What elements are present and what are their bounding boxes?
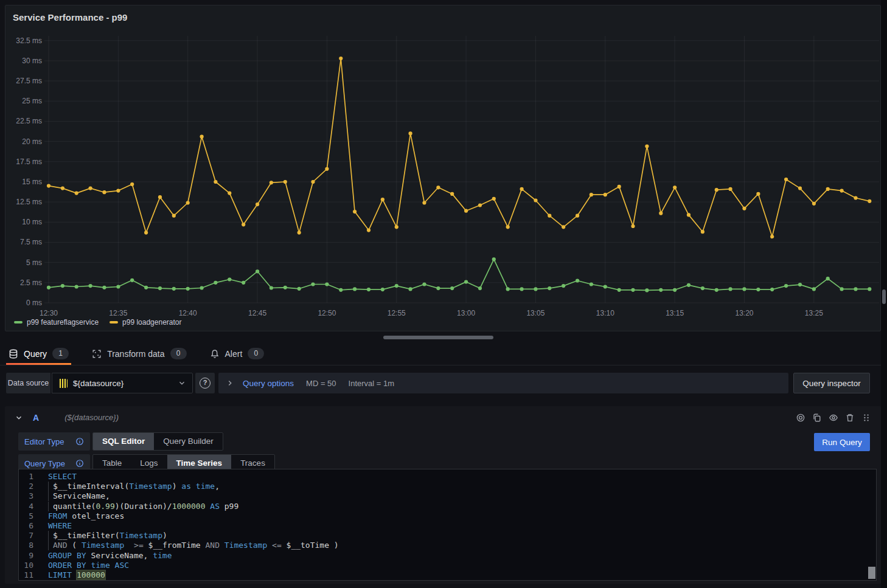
drag-handle-icon[interactable]	[861, 413, 871, 423]
tab-alert[interactable]: Alert 0	[207, 342, 267, 365]
svg-text:13:00: 13:00	[457, 309, 475, 317]
code-line: 6WHERE	[19, 521, 876, 531]
remove-query-icon[interactable]	[845, 413, 855, 423]
hide-response-icon[interactable]	[829, 413, 838, 423]
svg-text:13:25: 13:25	[805, 309, 823, 317]
chevron-right-icon[interactable]	[226, 379, 234, 387]
legend-swatch	[110, 321, 118, 323]
code-line: 1SELECT	[19, 472, 876, 482]
legend-series-name: p99 loadgenerator	[122, 318, 181, 327]
line-number: 11	[19, 570, 46, 580]
line-number: 7	[19, 531, 46, 541]
legend-series-name: p99 featureflagservice	[27, 318, 99, 327]
svg-text:10 ms: 10 ms	[22, 218, 42, 226]
sql-code: 1SELECT2$__timeInterval(Timestamp) as ti…	[19, 469, 876, 580]
vertical-scrollbar[interactable]	[882, 289, 886, 304]
disable-query-icon[interactable]	[796, 413, 805, 423]
code-line: 9GROUP BY ServiceName, time	[19, 551, 876, 561]
code-line: 7$__timeFilter(Timestamp)	[19, 531, 876, 541]
clickhouse-icon	[58, 379, 68, 388]
query-row-actions	[796, 413, 871, 423]
svg-text:17.5 ms: 17.5 ms	[16, 157, 42, 166]
line-number: 1	[19, 472, 46, 482]
line-content: GROUP BY ServiceName, time	[46, 551, 172, 561]
query-row-header: A (${datasource})	[5, 406, 881, 429]
svg-text:13:15: 13:15	[666, 309, 684, 317]
svg-text:25 ms: 25 ms	[22, 97, 42, 105]
svg-text:13:10: 13:10	[596, 309, 614, 317]
code-line: 3ServiceName,	[19, 491, 876, 501]
line-number: 2	[19, 482, 46, 491]
line-number: 10	[19, 561, 46, 570]
code-line: 5FROM otel_traces	[19, 511, 876, 521]
svg-text:2.5 ms: 2.5 ms	[20, 278, 42, 287]
chart-legend: p99 featureflagservicep99 loadgenerator	[14, 318, 182, 327]
tab-transform-data[interactable]: Transform data 0	[89, 342, 189, 365]
line-content: AND ( Timestamp >= $__fromTime AND Times…	[46, 541, 339, 550]
legend-swatch	[14, 321, 23, 323]
svg-text:32.5 ms: 32.5 ms	[16, 36, 42, 45]
tab-count-badge: 0	[248, 348, 264, 359]
code-line: 11LIMIT 100000	[19, 570, 876, 580]
line-content: SELECT	[46, 472, 77, 482]
duplicate-query-icon[interactable]	[812, 413, 822, 423]
segment-sql-editor[interactable]: SQL Editor	[93, 433, 154, 450]
legend-item[interactable]: p99 loadgenerator	[110, 318, 181, 327]
editor-scrollbar-thumb[interactable]	[868, 567, 875, 579]
tab-count-badge: 1	[52, 348, 69, 359]
max-data-points-value: MD = 50	[306, 379, 336, 388]
info-icon[interactable]	[75, 459, 84, 468]
query-toolbar: Data source ${datasource} ? Query option…	[6, 373, 870, 393]
bell-icon	[210, 349, 220, 359]
code-line: 10ORDER BY time ASC	[19, 561, 876, 570]
svg-text:27.5 ms: 27.5 ms	[16, 77, 42, 85]
svg-text:5 ms: 5 ms	[26, 258, 42, 267]
info-icon[interactable]	[75, 437, 84, 446]
svg-text:15 ms: 15 ms	[22, 178, 42, 186]
line-number: 3	[19, 491, 46, 501]
tab-label: Transform data	[107, 349, 164, 359]
line-content: quantile(0.99)(Duration)/1000000 AS p99	[46, 502, 238, 511]
transform-icon	[92, 349, 102, 359]
data-source-label: Data source	[6, 373, 50, 393]
editor-type-row: Editor Type SQL EditorQuery Builder	[18, 432, 881, 451]
line-number: 9	[19, 551, 46, 561]
interval-value: Interval = 1m	[349, 379, 395, 388]
data-source-picker[interactable]: ${datasource}	[52, 373, 193, 393]
svg-text:12:40: 12:40	[179, 309, 197, 317]
tab-label: Alert	[225, 349, 243, 359]
data-source-value: ${datasource}	[73, 379, 172, 388]
horizontal-scrollbar[interactable]	[383, 336, 493, 339]
svg-text:0 ms: 0 ms	[26, 299, 42, 307]
query-options-link[interactable]: Query options	[243, 379, 294, 388]
line-number: 8	[19, 541, 46, 550]
line-number: 5	[19, 511, 46, 521]
legend-item[interactable]: p99 featureflagservice	[14, 318, 99, 327]
panel-service-performance: Service Performance - p99 0 ms2.5 ms5 ms…	[5, 5, 881, 331]
query-ref-name[interactable]: A	[33, 413, 39, 423]
query-datasource-ref: (${datasource})	[64, 413, 119, 422]
tab-label: Query	[24, 349, 47, 359]
svg-text:20 ms: 20 ms	[22, 137, 42, 146]
label-text: Query Type	[24, 459, 65, 468]
svg-text:30 ms: 30 ms	[22, 57, 42, 65]
line-number: 6	[19, 521, 46, 531]
tab-query[interactable]: Query 1	[6, 342, 71, 365]
svg-text:12:30: 12:30	[40, 309, 58, 317]
editor-type-label: Editor Type	[18, 432, 90, 451]
panel-editor-tabbar: Query 1 Transform data 0 Alert 0	[0, 342, 881, 365]
collapse-chevron-icon[interactable]	[15, 413, 23, 422]
line-content: ORDER BY time ASC	[46, 561, 129, 570]
line-content: $__timeInterval(Timestamp) as time,	[46, 482, 220, 491]
line-content: FROM otel_traces	[46, 511, 124, 521]
run-query-button[interactable]: Run Query	[814, 433, 870, 451]
segment-query-builder[interactable]: Query Builder	[154, 433, 223, 450]
query-inspector-button[interactable]: Query inspector	[793, 373, 870, 393]
line-content: LIMIT 100000	[46, 570, 105, 580]
svg-text:7.5 ms: 7.5 ms	[20, 238, 42, 246]
datasource-help-button[interactable]: ?	[195, 373, 215, 393]
query-editor-row: A (${datasource})	[5, 406, 881, 584]
label-text: Editor Type	[24, 437, 64, 446]
sql-editor[interactable]: 1SELECT2$__timeInterval(Timestamp) as ti…	[18, 469, 877, 581]
svg-text:12:35: 12:35	[109, 309, 127, 317]
